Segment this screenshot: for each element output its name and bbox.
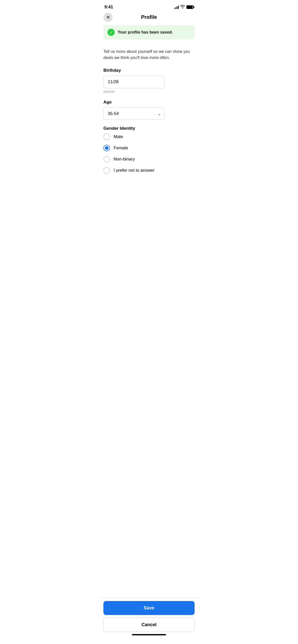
status-bar: 9:41	[99, 0, 199, 12]
gender-identity-label: Gender Identity	[103, 126, 195, 131]
age-select[interactable]: Under 18 18-24 25-34 35-54 55-64 65+ Pre…	[103, 107, 165, 120]
gender-label-prefer-not: I prefer not to answer	[114, 168, 155, 173]
gender-label-female: Female	[114, 145, 128, 151]
age-field-group: Age Under 18 18-24 25-34 35-54 55-64 65+…	[103, 100, 195, 120]
radio-circle-female	[103, 145, 110, 151]
radio-circle-prefer-not	[103, 167, 110, 174]
gender-label-male: Male	[114, 134, 123, 139]
radio-circle-nonbinary	[103, 156, 110, 163]
gender-option-female[interactable]: Female	[103, 145, 195, 151]
description-text: Tell us more about yourself so we can sh…	[103, 49, 195, 61]
age-select-wrapper: Under 18 18-24 25-34 35-54 55-64 65+ Pre…	[103, 107, 165, 120]
gender-option-prefer-not[interactable]: I prefer not to answer	[103, 167, 195, 174]
birthday-hint: MM/DD	[103, 90, 195, 94]
gender-label-nonbinary: Non-binary	[114, 157, 135, 162]
status-time: 9:41	[104, 5, 113, 10]
close-button[interactable]: ✕	[103, 13, 113, 22]
status-icons	[174, 5, 194, 9]
nav-bar: ✕ Profile	[99, 12, 199, 22]
gender-option-nonbinary[interactable]: Non-binary	[103, 156, 195, 163]
wifi-icon	[180, 5, 185, 9]
gender-identity-field-group: Gender Identity Male Female Non-binary	[103, 126, 195, 174]
birthday-field-group: Birthday MM/DD	[103, 68, 195, 94]
birthday-label: Birthday	[103, 68, 195, 73]
radio-inner-female	[105, 146, 109, 150]
content-area: Tell us more about yourself so we can sh…	[99, 42, 199, 240]
gender-option-male[interactable]: Male	[103, 134, 195, 140]
battery-icon	[186, 5, 194, 9]
success-banner: ✓ Your profile has been saved.	[103, 25, 195, 39]
signal-icon	[174, 5, 179, 9]
success-message: Your profile has been saved.	[118, 30, 173, 35]
birthday-input[interactable]	[103, 76, 165, 88]
gender-radio-group: Male Female Non-binary I prefer not to a…	[103, 134, 195, 174]
radio-circle-male	[103, 134, 110, 140]
success-checkmark-icon: ✓	[107, 29, 115, 36]
age-label: Age	[103, 100, 195, 105]
page-title: Profile	[141, 14, 157, 20]
